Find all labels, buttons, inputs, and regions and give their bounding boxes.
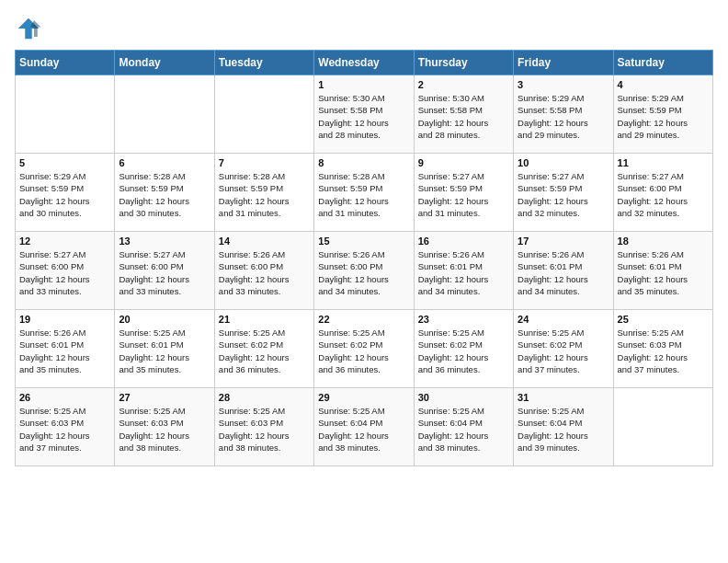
calendar-cell: 27Sunrise: 5:25 AM Sunset: 6:03 PM Dayli… [115,388,214,466]
calendar-cell: 16Sunrise: 5:26 AM Sunset: 6:01 PM Dayli… [414,232,513,310]
day-info: Sunrise: 5:26 AM Sunset: 6:01 PM Dayligh… [618,248,709,297]
calendar-cell: 1Sunrise: 5:30 AM Sunset: 5:58 PM Daylig… [314,75,414,154]
day-info: Sunrise: 5:26 AM Sunset: 6:00 PM Dayligh… [219,248,310,297]
calendar-header-row: SundayMondayTuesdayWednesdayThursdayFrid… [16,51,713,75]
day-number: 7 [219,157,310,168]
calendar-cell: 25Sunrise: 5:25 AM Sunset: 6:03 PM Dayli… [613,310,712,388]
calendar-cell: 2Sunrise: 5:30 AM Sunset: 5:58 PM Daylig… [414,75,513,154]
calendar-cell: 12Sunrise: 5:27 AM Sunset: 6:00 PM Dayli… [16,232,115,310]
calendar-cell: 30Sunrise: 5:25 AM Sunset: 6:04 PM Dayli… [414,388,513,466]
calendar-cell: 4Sunrise: 5:29 AM Sunset: 5:59 PM Daylig… [613,75,712,154]
calendar-cell [115,75,214,154]
day-info: Sunrise: 5:29 AM Sunset: 5:59 PM Dayligh… [19,170,110,219]
day-info: Sunrise: 5:29 AM Sunset: 5:59 PM Dayligh… [618,92,709,141]
calendar-cell: 24Sunrise: 5:25 AM Sunset: 6:02 PM Dayli… [514,310,613,388]
logo-icon [15,15,42,42]
day-info: Sunrise: 5:25 AM Sunset: 6:04 PM Dayligh… [518,405,609,454]
calendar-cell: 5Sunrise: 5:29 AM Sunset: 5:59 PM Daylig… [16,154,115,232]
calendar-cell: 6Sunrise: 5:28 AM Sunset: 5:59 PM Daylig… [115,154,214,232]
column-header-friday: Friday [514,51,613,75]
day-info: Sunrise: 5:25 AM Sunset: 6:02 PM Dayligh… [318,327,409,375]
day-number: 8 [318,157,409,168]
calendar-cell: 21Sunrise: 5:25 AM Sunset: 6:02 PM Dayli… [214,310,313,388]
calendar-cell: 26Sunrise: 5:25 AM Sunset: 6:03 PM Dayli… [16,388,115,466]
calendar-cell: 8Sunrise: 5:28 AM Sunset: 5:59 PM Daylig… [314,154,414,232]
day-info: Sunrise: 5:25 AM Sunset: 6:03 PM Dayligh… [219,405,310,454]
day-number: 31 [518,392,609,403]
day-info: Sunrise: 5:25 AM Sunset: 6:03 PM Dayligh… [618,327,709,375]
day-number: 5 [19,157,110,168]
calendar-cell: 11Sunrise: 5:27 AM Sunset: 6:00 PM Dayli… [613,154,712,232]
column-header-monday: Monday [115,51,214,75]
day-number: 24 [518,314,609,325]
day-number: 4 [618,79,709,90]
day-info: Sunrise: 5:28 AM Sunset: 5:59 PM Dayligh… [119,170,210,219]
day-number: 26 [19,392,110,403]
page-header [15,15,713,42]
calendar-week-row: 19Sunrise: 5:26 AM Sunset: 6:01 PM Dayli… [16,310,713,388]
calendar-cell: 18Sunrise: 5:26 AM Sunset: 6:01 PM Dayli… [613,232,712,310]
calendar-cell: 28Sunrise: 5:25 AM Sunset: 6:03 PM Dayli… [214,388,313,466]
calendar-cell: 10Sunrise: 5:27 AM Sunset: 5:59 PM Dayli… [514,154,613,232]
day-number: 20 [119,314,210,325]
day-number: 29 [318,392,409,403]
calendar-cell: 20Sunrise: 5:25 AM Sunset: 6:01 PM Dayli… [115,310,214,388]
day-number: 1 [318,79,409,90]
day-number: 15 [318,236,409,247]
day-number: 16 [418,236,509,247]
day-number: 3 [518,79,609,90]
calendar-cell: 15Sunrise: 5:26 AM Sunset: 6:00 PM Dayli… [314,232,414,310]
calendar-cell [613,388,712,466]
day-info: Sunrise: 5:27 AM Sunset: 5:59 PM Dayligh… [418,170,509,219]
day-number: 6 [119,157,210,168]
column-header-thursday: Thursday [414,51,513,75]
day-info: Sunrise: 5:27 AM Sunset: 5:59 PM Dayligh… [518,170,609,219]
day-number: 9 [418,157,509,168]
day-info: Sunrise: 5:26 AM Sunset: 6:00 PM Dayligh… [318,248,409,297]
day-number: 2 [418,79,509,90]
day-info: Sunrise: 5:29 AM Sunset: 5:58 PM Dayligh… [518,92,609,141]
calendar-cell: 14Sunrise: 5:26 AM Sunset: 6:00 PM Dayli… [214,232,313,310]
day-info: Sunrise: 5:25 AM Sunset: 6:01 PM Dayligh… [119,327,210,375]
calendar-week-row: 1Sunrise: 5:30 AM Sunset: 5:58 PM Daylig… [16,75,713,154]
day-number: 25 [618,314,709,325]
calendar-cell: 13Sunrise: 5:27 AM Sunset: 6:00 PM Dayli… [115,232,214,310]
day-info: Sunrise: 5:27 AM Sunset: 6:00 PM Dayligh… [19,248,110,297]
calendar-cell: 17Sunrise: 5:26 AM Sunset: 6:01 PM Dayli… [514,232,613,310]
day-info: Sunrise: 5:27 AM Sunset: 6:00 PM Dayligh… [618,170,709,219]
calendar-table: SundayMondayTuesdayWednesdayThursdayFrid… [15,50,713,466]
calendar-cell: 23Sunrise: 5:25 AM Sunset: 6:02 PM Dayli… [414,310,513,388]
day-number: 22 [318,314,409,325]
day-number: 30 [418,392,509,403]
day-info: Sunrise: 5:25 AM Sunset: 6:03 PM Dayligh… [119,405,210,454]
day-number: 21 [219,314,310,325]
day-info: Sunrise: 5:25 AM Sunset: 6:04 PM Dayligh… [418,405,509,454]
day-info: Sunrise: 5:25 AM Sunset: 6:04 PM Dayligh… [318,405,409,454]
column-header-sunday: Sunday [16,51,115,75]
day-info: Sunrise: 5:28 AM Sunset: 5:59 PM Dayligh… [318,170,409,219]
day-number: 13 [119,236,210,247]
day-number: 27 [119,392,210,403]
day-number: 19 [19,314,110,325]
calendar-cell [214,75,313,154]
logo [15,15,46,42]
day-info: Sunrise: 5:27 AM Sunset: 6:00 PM Dayligh… [119,248,210,297]
calendar-cell: 3Sunrise: 5:29 AM Sunset: 5:58 PM Daylig… [514,75,613,154]
calendar-week-row: 26Sunrise: 5:25 AM Sunset: 6:03 PM Dayli… [16,388,713,466]
day-number: 14 [219,236,310,247]
day-info: Sunrise: 5:26 AM Sunset: 6:01 PM Dayligh… [19,327,110,375]
day-info: Sunrise: 5:25 AM Sunset: 6:02 PM Dayligh… [418,327,509,375]
day-info: Sunrise: 5:28 AM Sunset: 5:59 PM Dayligh… [219,170,310,219]
column-header-saturday: Saturday [613,51,712,75]
calendar-cell: 19Sunrise: 5:26 AM Sunset: 6:01 PM Dayli… [16,310,115,388]
day-info: Sunrise: 5:25 AM Sunset: 6:02 PM Dayligh… [518,327,609,375]
day-info: Sunrise: 5:30 AM Sunset: 5:58 PM Dayligh… [318,92,409,141]
calendar-cell: 29Sunrise: 5:25 AM Sunset: 6:04 PM Dayli… [314,388,414,466]
day-number: 11 [618,157,709,168]
day-info: Sunrise: 5:25 AM Sunset: 6:02 PM Dayligh… [219,327,310,375]
day-info: Sunrise: 5:26 AM Sunset: 6:01 PM Dayligh… [418,248,509,297]
day-number: 28 [219,392,310,403]
day-info: Sunrise: 5:26 AM Sunset: 6:01 PM Dayligh… [518,248,609,297]
day-number: 17 [518,236,609,247]
calendar-cell: 7Sunrise: 5:28 AM Sunset: 5:59 PM Daylig… [214,154,313,232]
